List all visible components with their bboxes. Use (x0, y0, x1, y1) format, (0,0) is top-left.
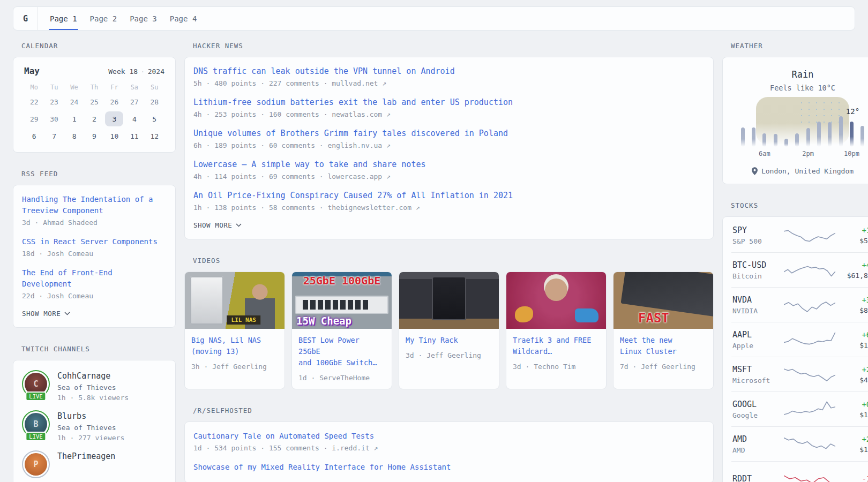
channel-avatar[interactable]: BLIVE (22, 410, 50, 438)
feed-item: An Oil Price-Fixing Conspiracy Caused 27… (193, 185, 705, 216)
rss-list: Handling The Indentation of a Treeview C… (22, 189, 167, 304)
rss-show-more-button[interactable]: SHOW MORE (22, 308, 167, 319)
weather-time-label: 10pm (844, 150, 859, 157)
stock-price: $406.76 (840, 376, 868, 384)
feed-item-title[interactable]: Lowercase – A simple way to take and sha… (193, 159, 705, 170)
calendar-year: 2024 (148, 67, 164, 76)
calendar-day: 2 (85, 111, 103, 126)
video-thumbnail[interactable] (399, 272, 499, 329)
stock-id: MSFTMicrosoft (732, 365, 780, 385)
channel-avatar[interactable]: P (22, 450, 50, 478)
calendar-day: 22 (25, 94, 43, 109)
feed-item-title[interactable]: Unique volumes of Brothers Grimm fairy t… (193, 128, 705, 139)
weather-bar-slot (748, 102, 759, 147)
stock-name: NVIDIA (732, 307, 780, 315)
channel-name[interactable]: ThePrimeagen (57, 451, 115, 461)
video-meta: 7d · Jeff Geerling (620, 363, 707, 371)
stock-row[interactable]: AMDAMD+2.97%$150.50 (731, 426, 868, 461)
stock-price: $167.03 (840, 411, 868, 419)
feed-item-meta: 18d · Josh Comeau (22, 250, 167, 258)
video-title[interactable]: BEST Low Power 25GbE and 100GbE Switch… (298, 336, 377, 367)
calendar-day: 26 (105, 94, 123, 109)
stock-row[interactable]: NVDANVIDIA+3.49%$888.12 (731, 287, 868, 322)
video-card[interactable]: Traefik 3 and FREE Wildcard…3d · Techno … (506, 272, 607, 389)
channel-name[interactable]: CohhCarnage (57, 371, 129, 381)
stock-sparkline (784, 398, 835, 420)
video-title[interactable]: Big NAS, Lil NAS (moving 13) (191, 336, 261, 356)
weather-bar-slot (835, 102, 846, 147)
channel-avatar[interactable]: CLIVE (22, 370, 50, 398)
feed-item-title[interactable]: CSS in React Server Components (22, 236, 167, 247)
feed-item-meta: 1h · 138 points · 58 comments · thebigne… (193, 204, 705, 212)
feed-item-title[interactable]: Cautionary Tale on Automated Speed Tests (193, 431, 705, 442)
video-title[interactable]: Meet the new Linux Cluster (620, 336, 677, 356)
stocks-widget: SPYS&P 500+1.32%$511.69BTC-USDBitcoin+4.… (722, 216, 868, 482)
video-thumbnail[interactable]: LIL NAS (185, 272, 285, 329)
weather-bar-slot (813, 102, 824, 147)
stock-row[interactable]: MSFTMicrosoft+2.24%$406.76 (731, 357, 868, 391)
video-card[interactable]: My Tiny Rack3d · Jeff Geerling (399, 272, 499, 389)
video-thumbnail[interactable]: 25GbE 100GbE15W Cheap (292, 272, 392, 329)
stock-row[interactable]: AAPLApple+6.63%$184.51 (731, 322, 868, 357)
stock-sparkline (784, 328, 835, 351)
weather-widget: Rain Feels like 10°C 12° 6am2pm10pm Lond… (722, 57, 868, 184)
stock-change: +6.63% (840, 330, 868, 339)
feed-item-title[interactable]: Handling The Indentation of a Treeview C… (22, 194, 167, 216)
tab-page-2[interactable]: Page 2 (84, 7, 124, 30)
stock-symbol: MSFT (732, 365, 780, 374)
stock-row[interactable]: RDDT-1.59% (731, 461, 868, 482)
feed-item-title[interactable]: The End of Front-End Development (22, 267, 167, 290)
feed-item-title[interactable]: Lithium-free sodium batteries exit the l… (193, 97, 705, 108)
video-card[interactable]: FASTMeet the new Linux Cluster7d · Jeff … (613, 272, 714, 389)
nas-tower-graphic (190, 276, 223, 325)
video-title[interactable]: My Tiny Rack (406, 336, 458, 344)
stock-symbol: AAPL (732, 330, 780, 340)
feed-item-title[interactable]: An Oil Price-Fixing Conspiracy Caused 27… (193, 190, 705, 201)
calendar-day: 24 (65, 94, 84, 109)
switch-graphic (295, 296, 388, 314)
weather-bar (795, 133, 799, 147)
stock-row[interactable]: GOOGLGoogle+0.25%$167.03 (731, 391, 868, 426)
stock-row[interactable]: SPYS&P 500+1.32%$511.69 (731, 218, 868, 252)
video-card-body: Traefik 3 and FREE Wildcard…3d · Techno … (506, 329, 606, 378)
video-card[interactable]: LIL NASBig NAS, Lil NAS (moving 13)3h · … (184, 272, 285, 389)
feed-item-title[interactable]: DNS traffic can leak outside the VPN tun… (193, 66, 705, 77)
app-logo[interactable]: G (13, 7, 38, 30)
stock-price: $888.12 (840, 306, 868, 314)
video-thumbnail[interactable]: FAST (613, 272, 713, 329)
channel-name[interactable]: Blurbs (57, 411, 124, 421)
left-column: CALENDAR May Week 18·2024 MoTuWeThFrSaSu… (13, 42, 176, 482)
right-column: WEATHER Rain Feels like 10°C 12° 6am2pm1… (722, 42, 868, 482)
twitch-channel-row[interactable]: CLIVECohhCarnageSea of Thieves1h · 5.8k … (22, 370, 167, 402)
twitch-channel-row[interactable]: BLIVEBlurbsSea of Thieves1h · 277 viewer… (22, 410, 167, 442)
calendar-day: 9 (85, 129, 103, 144)
tab-page-1[interactable]: Page 1 (43, 7, 84, 30)
feed-item-meta: 6h · 189 points · 60 comments · english.… (193, 141, 705, 149)
stock-change: +2.97% (840, 435, 868, 443)
page-tabs: Page 1Page 2Page 3Page 4 (43, 7, 203, 30)
thumbnail-caption: 15W Cheap (296, 315, 351, 327)
chevron-down-icon (64, 312, 70, 315)
twitch-channel-row[interactable]: PThePrimeagen (22, 450, 167, 478)
hackernews-show-more-button[interactable]: SHOW MORE (193, 220, 705, 230)
thumbnail-caption: FAST (638, 311, 669, 326)
thumbnail-caption: 25GbE 100GbE (292, 274, 392, 287)
weekday-label: Mo (24, 84, 44, 91)
videos-section: VIDEOS LIL NASBig NAS, Lil NAS (moving 1… (184, 257, 714, 389)
feed-item-title[interactable]: Showcase of my Mixed Reality Interface f… (193, 462, 705, 473)
stock-symbol: BTC-USD (732, 260, 780, 270)
calendar-section: CALENDAR May Week 18·2024 MoTuWeThFrSaSu… (13, 42, 176, 153)
video-title[interactable]: Traefik 3 and FREE Wildcard… (513, 336, 591, 356)
tab-page-4[interactable]: Page 4 (163, 7, 204, 30)
rss-section: RSS FEED Handling The Indentation of a T… (13, 170, 176, 328)
video-card-body: Big NAS, Lil NAS (moving 13)3h · Jeff Ge… (185, 329, 285, 378)
stock-row[interactable]: BTC-USDBitcoin+4.56%$61,820.02 (731, 252, 868, 287)
channel-info: ThePrimeagen (57, 450, 115, 478)
video-thumbnail[interactable] (506, 272, 606, 329)
weather-bar (839, 116, 843, 147)
tab-page-3[interactable]: Page 3 (123, 7, 163, 30)
stock-change: +3.49% (840, 296, 868, 304)
video-card[interactable]: 25GbE 100GbE15W CheapBEST Low Power 25Gb… (291, 272, 392, 389)
videos-row: LIL NASBig NAS, Lil NAS (moving 13)3h · … (184, 272, 714, 389)
stock-id: BTC-USDBitcoin (732, 260, 780, 280)
